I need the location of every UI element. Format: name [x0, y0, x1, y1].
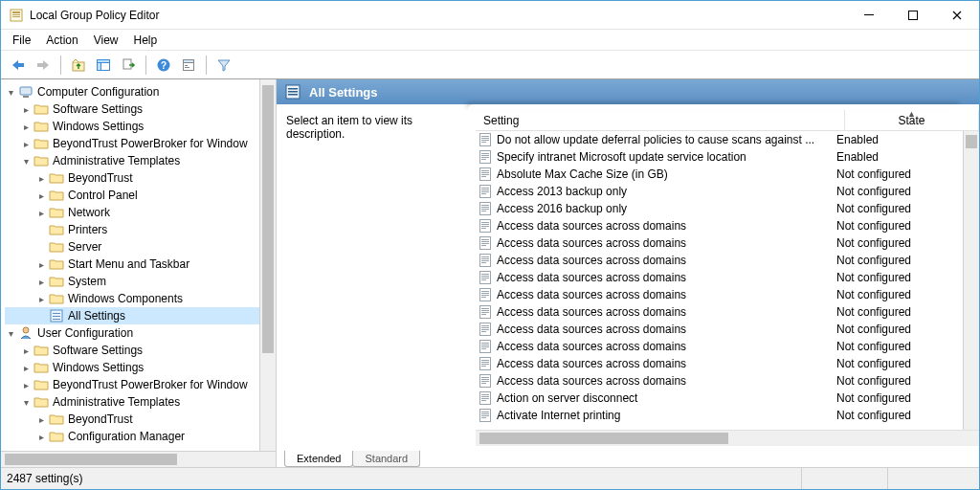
- tree-horizontal-scrollbar[interactable]: [1, 451, 276, 467]
- list-item[interactable]: Absolute Max Cache Size (in GB)Not confi…: [476, 166, 963, 183]
- maximize-button[interactable]: [891, 1, 935, 30]
- column-header-setting[interactable]: Setting: [476, 110, 845, 130]
- filter-button[interactable]: [212, 54, 235, 77]
- svg-rect-54: [481, 211, 486, 212]
- back-button[interactable]: [7, 54, 30, 77]
- column-header-state[interactable]: ▲State: [845, 110, 979, 130]
- expander-icon[interactable]: ▸: [35, 431, 47, 442]
- svg-rect-93: [481, 346, 489, 347]
- expander-icon[interactable]: ▸: [35, 189, 47, 201]
- list-item[interactable]: Access data sources across domainsNot co…: [476, 372, 963, 390]
- list-vertical-scrollbar[interactable]: [963, 131, 979, 430]
- list-item[interactable]: Access data sources across domainsNot co…: [476, 355, 963, 372]
- forward-button[interactable]: [32, 54, 55, 77]
- list-item[interactable]: Access data sources across domainsNot co…: [476, 217, 963, 234]
- minimize-button[interactable]: [847, 1, 891, 30]
- scrollbar-thumb[interactable]: [479, 433, 728, 444]
- tree-node-uc-beyondtrust-pb[interactable]: ▸ BeyondTrust PowerBroker for Window: [5, 376, 259, 393]
- close-button[interactable]: [935, 1, 979, 30]
- expander-icon[interactable]: ▸: [20, 362, 32, 373]
- tree-node-uc-admin-templates[interactable]: ▾ Administrative Templates: [5, 393, 259, 411]
- details-header: All Settings: [277, 79, 979, 104]
- scrollbar-thumb[interactable]: [5, 454, 177, 465]
- menu-action[interactable]: Action: [38, 32, 85, 49]
- tree-node-control-panel[interactable]: ▸ Control Panel: [5, 187, 259, 204]
- list-item[interactable]: Access data sources across domainsNot co…: [476, 269, 963, 286]
- svg-rect-96: [481, 360, 489, 361]
- svg-rect-111: [481, 412, 489, 412]
- tree-node-printers[interactable]: ▸ Printers: [5, 221, 259, 238]
- list-item[interactable]: Access data sources across domainsNot co…: [476, 286, 963, 303]
- list-item[interactable]: Access data sources across domainsNot co…: [476, 303, 963, 321]
- svg-rect-68: [481, 260, 489, 261]
- tree-node-windows-components[interactable]: ▸ Windows Components: [5, 290, 259, 307]
- list-item[interactable]: Access data sources across domainsNot co…: [476, 338, 963, 355]
- scrollbar-thumb[interactable]: [262, 85, 274, 353]
- window-controls: [847, 1, 979, 30]
- tree-node-system[interactable]: ▸ System: [5, 273, 259, 290]
- tree-label: Printers: [68, 223, 107, 236]
- expander-icon[interactable]: ▾: [20, 396, 32, 408]
- expander-icon[interactable]: ▸: [35, 276, 47, 287]
- tree-node-computer-configuration[interactable]: ▾ Computer Configuration: [5, 83, 259, 100]
- tree-node-software-settings[interactable]: ▸ Software Settings: [5, 100, 259, 118]
- tree-node-start-menu[interactable]: ▸ Start Menu and Taskbar: [5, 256, 259, 273]
- tree-vertical-scrollbar[interactable]: [259, 79, 276, 451]
- tab-extended[interactable]: Extended: [284, 451, 353, 467]
- expander-icon[interactable]: ▾: [20, 155, 32, 167]
- tree-node-all-settings[interactable]: ▸ All Settings: [5, 307, 259, 324]
- list-item[interactable]: Access 2016 backup onlyNot configured: [476, 200, 963, 217]
- list-item[interactable]: Access data sources across domainsNot co…: [476, 252, 963, 269]
- list-horizontal-scrollbar[interactable]: [476, 430, 979, 446]
- list-item[interactable]: Do not allow update deferral policies to…: [476, 131, 963, 148]
- scrollbar-thumb[interactable]: [966, 135, 977, 148]
- tree-node-admin-templates[interactable]: ▾ Administrative Templates: [5, 152, 259, 169]
- svg-rect-86: [481, 325, 489, 326]
- list-item[interactable]: Access 2013 backup onlyNot configured: [476, 183, 963, 200]
- expander-icon[interactable]: ▾: [5, 86, 16, 98]
- setting-name: Absolute Max Cache Size (in GB): [497, 167, 829, 181]
- expander-icon[interactable]: ▸: [35, 172, 47, 184]
- svg-rect-114: [481, 417, 486, 418]
- show-hide-tree-button[interactable]: [92, 54, 115, 77]
- menu-view[interactable]: View: [86, 32, 126, 49]
- list-item[interactable]: Specify intranet Microsoft update servic…: [476, 148, 963, 166]
- expander-icon[interactable]: ▸: [20, 345, 32, 356]
- policy-icon: [478, 184, 493, 199]
- svg-rect-78: [481, 295, 489, 296]
- list-item[interactable]: Activate Internet printingNot configured: [476, 407, 963, 424]
- expander-icon[interactable]: ▸: [20, 379, 32, 390]
- tree-node-user-configuration[interactable]: ▾ User Configuration: [5, 324, 259, 342]
- tree-node-uc-windows[interactable]: ▸ Windows Settings: [5, 359, 259, 376]
- list-item[interactable]: Access data sources across domainsNot co…: [476, 321, 963, 338]
- tree-node-beyondtrust-pb[interactable]: ▸ BeyondTrust PowerBroker for Window: [5, 135, 259, 152]
- tree-node-uc-software[interactable]: ▸ Software Settings: [5, 342, 259, 359]
- tree-node-windows-settings[interactable]: ▸ Windows Settings: [5, 118, 259, 135]
- tab-standard[interactable]: Standard: [352, 451, 420, 467]
- toolbar: ?: [1, 51, 979, 79]
- menu-help[interactable]: Help: [126, 32, 166, 49]
- tree-node-uc-confmgr[interactable]: ▸ Configuration Manager: [5, 428, 259, 445]
- menu-file[interactable]: File: [5, 32, 38, 49]
- tree-node-network[interactable]: ▸ Network: [5, 204, 259, 221]
- list-item[interactable]: Access data sources across domainsNot co…: [476, 234, 963, 252]
- expander-icon[interactable]: ▸: [35, 207, 47, 218]
- expander-icon[interactable]: ▸: [35, 258, 47, 270]
- svg-rect-83: [481, 312, 489, 313]
- folder-icon: [33, 101, 49, 117]
- expander-icon[interactable]: ▸: [20, 103, 32, 115]
- expander-icon[interactable]: ▸: [20, 121, 32, 132]
- expander-icon[interactable]: ▸: [35, 293, 47, 304]
- tree-node-beyondtrust[interactable]: ▸ BeyondTrust: [5, 169, 259, 187]
- expander-icon[interactable]: ▸: [20, 138, 32, 149]
- properties-button[interactable]: [177, 54, 200, 77]
- tree-node-uc-beyondtrust[interactable]: ▸ BeyondTrust: [5, 411, 259, 428]
- export-list-button[interactable]: [117, 54, 140, 77]
- expander-icon[interactable]: ▸: [35, 413, 47, 425]
- list-item[interactable]: Action on server disconnectNot configure…: [476, 390, 963, 407]
- help-button[interactable]: ?: [152, 54, 175, 77]
- expander-icon[interactable]: ▾: [5, 327, 16, 339]
- tree-node-server[interactable]: ▸ Server: [5, 238, 259, 256]
- up-level-button[interactable]: [67, 54, 90, 77]
- svg-rect-109: [481, 400, 486, 401]
